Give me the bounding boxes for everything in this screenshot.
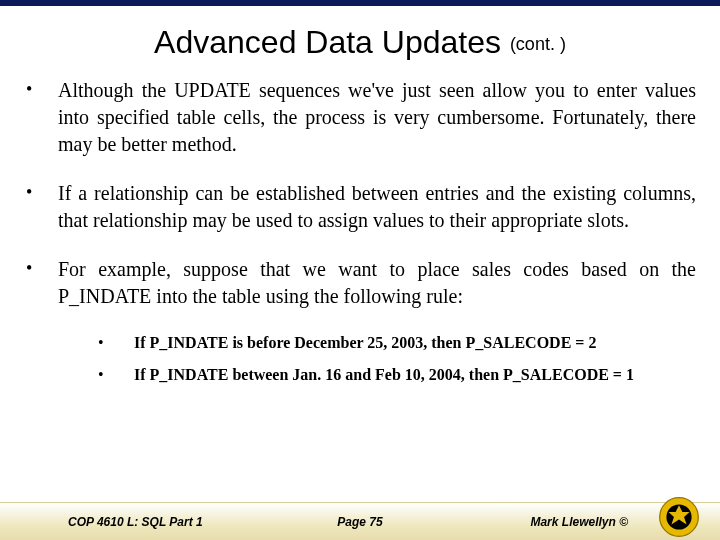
subbullet-item: • If P_INDATE between Jan. 16 and Feb 10…: [98, 364, 696, 386]
footer-course: COP 4610 L: SQL Part 1: [68, 515, 203, 529]
bullet-item: • For example, suppose that we want to p…: [24, 256, 696, 310]
bullet-dot-icon: •: [98, 332, 134, 354]
ucf-logo-icon: [658, 496, 700, 538]
title-cont: (cont. ): [510, 34, 566, 54]
bullet-dot-icon: •: [24, 256, 58, 310]
bullet-dot-icon: •: [98, 364, 134, 386]
slide: Advanced Data Updates (cont. ) • Althoug…: [0, 0, 720, 540]
bullet-text: If a relationship can be established bet…: [58, 180, 696, 234]
bullet-text: Although the UPDATE sequences we've just…: [58, 77, 696, 158]
bullet-text: For example, suppose that we want to pla…: [58, 256, 696, 310]
slide-title: Advanced Data Updates (cont. ): [0, 24, 720, 61]
bullet-dot-icon: •: [24, 180, 58, 234]
bullet-item: • Although the UPDATE sequences we've ju…: [24, 77, 696, 158]
title-main: Advanced Data Updates: [154, 24, 510, 60]
subbullet-text: If P_INDATE is before December 25, 2003,…: [134, 332, 596, 354]
slide-content: • Although the UPDATE sequences we've ju…: [0, 77, 720, 502]
subbullet-item: • If P_INDATE is before December 25, 200…: [98, 332, 696, 354]
slide-footer: COP 4610 L: SQL Part 1 Page 75 Mark Llew…: [0, 502, 720, 540]
footer-author: Mark Llewellyn ©: [530, 515, 628, 529]
subbullet-text: If P_INDATE between Jan. 16 and Feb 10, …: [134, 364, 634, 386]
bullet-item: • If a relationship can be established b…: [24, 180, 696, 234]
bullet-dot-icon: •: [24, 77, 58, 158]
